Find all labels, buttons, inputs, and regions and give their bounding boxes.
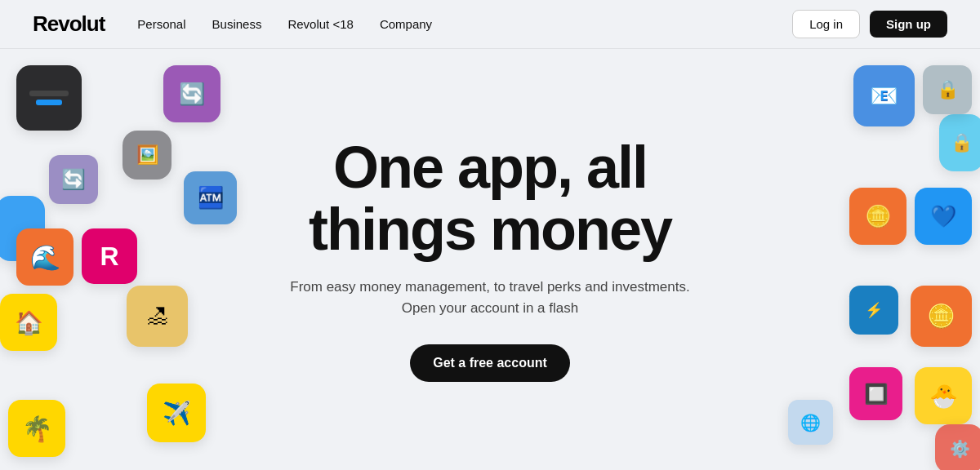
navbar: Revolut Personal Business Revolut <18 Co…	[0, 0, 980, 49]
app-icon: 🏖	[127, 286, 188, 347]
cta-button[interactable]: Get a free account	[410, 344, 570, 382]
app-icon: 💙	[915, 188, 972, 245]
nav-under18[interactable]: Revolut <18	[287, 17, 353, 31]
app-icon: ⚙️	[935, 424, 980, 470]
app-icon: ✈️	[147, 384, 206, 442]
nav-company[interactable]: Company	[380, 17, 432, 31]
login-button[interactable]: Log in	[792, 10, 860, 38]
hero-content: One app, all things money From easy mone…	[290, 137, 689, 382]
hero-subtitle: From easy money management, to travel pe…	[290, 277, 689, 318]
app-icon: 🌐	[788, 400, 833, 445]
app-icon: 🏧	[184, 171, 237, 224]
app-icon	[16, 65, 82, 131]
app-icon: 🔲	[849, 367, 902, 420]
app-icon: 🖼️	[122, 131, 172, 180]
app-icon: ⚡	[849, 286, 898, 335]
nav-business[interactable]: Business	[212, 17, 262, 31]
app-icon	[0, 196, 45, 261]
app-icon: 🔒	[923, 65, 972, 114]
hero-title: One app, all things money	[290, 137, 689, 260]
app-icon: 🌴	[8, 400, 65, 457]
logo: Revolut	[33, 11, 105, 37]
app-icon: 📧	[853, 65, 915, 126]
app-icon: 🐣	[915, 367, 972, 424]
signup-button[interactable]: Sign up	[870, 11, 947, 38]
app-icon: 🔄	[49, 155, 98, 204]
nav-actions: Log in Sign up	[792, 10, 947, 38]
nav-links: Personal Business Revolut <18 Company	[137, 17, 792, 31]
app-icon: R	[82, 228, 137, 284]
app-icon: 🪙	[849, 188, 906, 245]
app-icon: 🔄	[163, 65, 220, 122]
app-icon: 🌊	[16, 228, 74, 286]
app-icon: 🪙	[911, 286, 972, 347]
app-icon: 🔒	[939, 114, 980, 171]
nav-personal[interactable]: Personal	[137, 17, 185, 31]
hero-section: 🔄 🔄 🖼️ 🏧 🌊 R 🏖 🏠 🌴 ✈️ 🔒 📧 🔒 💙 🪙 🪙 ⚡ 🔲 🐣 …	[0, 49, 980, 470]
app-icon: 🏠	[0, 294, 57, 351]
